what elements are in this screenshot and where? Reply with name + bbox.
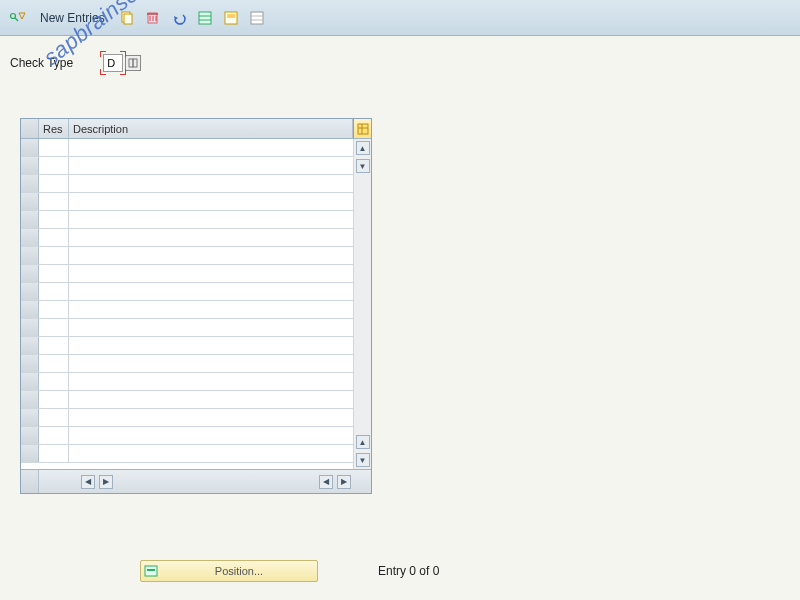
row-selector[interactable] xyxy=(21,229,39,246)
cell-description[interactable] xyxy=(69,175,353,192)
table-row xyxy=(21,193,353,211)
cell-description[interactable] xyxy=(69,373,353,390)
cell-description[interactable] xyxy=(69,445,353,462)
scroll-up-icon[interactable]: ▲ xyxy=(356,141,370,155)
row-selector[interactable] xyxy=(21,355,39,372)
cell-description[interactable] xyxy=(69,427,353,444)
scroll-down-step-icon[interactable]: ▼ xyxy=(356,159,370,173)
scroll-right-icon[interactable]: ▶ xyxy=(337,475,351,489)
table-row xyxy=(21,229,353,247)
table-row xyxy=(21,445,353,463)
cell-description[interactable] xyxy=(69,283,353,300)
row-selector[interactable] xyxy=(21,265,39,282)
cell-description[interactable] xyxy=(69,193,353,210)
row-selector[interactable] xyxy=(21,247,39,264)
row-selector[interactable] xyxy=(21,301,39,318)
cell-res[interactable] xyxy=(39,193,69,210)
svg-rect-13 xyxy=(227,14,235,18)
cell-res[interactable] xyxy=(39,265,69,282)
undo-icon[interactable] xyxy=(169,8,189,28)
grid-select-all[interactable] xyxy=(21,119,39,138)
row-selector[interactable] xyxy=(21,391,39,408)
toolbar: New Entries xyxy=(0,0,800,36)
delete-entry-icon[interactable] xyxy=(143,8,163,28)
cell-description[interactable] xyxy=(69,337,353,354)
table-row xyxy=(21,337,353,355)
cell-description[interactable] xyxy=(69,265,353,282)
cell-res[interactable] xyxy=(39,445,69,462)
cell-res[interactable] xyxy=(39,337,69,354)
cell-res[interactable] xyxy=(39,229,69,246)
cell-res[interactable] xyxy=(39,373,69,390)
table-row xyxy=(21,427,353,445)
cell-description[interactable] xyxy=(69,301,353,318)
table-row xyxy=(21,355,353,373)
cell-res[interactable] xyxy=(39,391,69,408)
cell-res[interactable] xyxy=(39,211,69,228)
row-selector[interactable] xyxy=(21,319,39,336)
cell-description[interactable] xyxy=(69,157,353,174)
scroll-left-step-icon[interactable]: ◀ xyxy=(319,475,333,489)
field-row: Check Type xyxy=(0,36,800,78)
check-type-input[interactable] xyxy=(103,54,123,72)
cell-description[interactable] xyxy=(69,391,353,408)
table-row xyxy=(21,157,353,175)
cell-description[interactable] xyxy=(69,409,353,426)
toggle-display-change-icon[interactable] xyxy=(8,8,28,28)
new-entries-label: New Entries xyxy=(40,11,105,25)
row-selector[interactable] xyxy=(21,409,39,426)
cell-res[interactable] xyxy=(39,301,69,318)
cell-res[interactable] xyxy=(39,283,69,300)
cell-res[interactable] xyxy=(39,139,69,156)
scroll-up-step-icon[interactable]: ▲ xyxy=(356,435,370,449)
row-selector[interactable] xyxy=(21,211,39,228)
row-selector[interactable] xyxy=(21,283,39,300)
cell-description[interactable] xyxy=(69,355,353,372)
column-header-res[interactable]: Res xyxy=(39,119,69,138)
value-help-icon[interactable] xyxy=(125,55,141,71)
table-row xyxy=(21,319,353,337)
svg-rect-18 xyxy=(133,59,137,67)
cell-res[interactable] xyxy=(39,175,69,192)
cell-res[interactable] xyxy=(39,319,69,336)
new-entries-button[interactable]: New Entries xyxy=(34,6,111,30)
column-config-icon[interactable] xyxy=(353,119,371,138)
table-row xyxy=(21,175,353,193)
grid: Res Description ▲ ▼ ▲ ▼ ◀ ▶ ◀ ▶ xyxy=(20,118,372,494)
cell-res[interactable] xyxy=(39,157,69,174)
cell-res[interactable] xyxy=(39,247,69,264)
scroll-right-step-icon[interactable]: ▶ xyxy=(99,475,113,489)
cell-res[interactable] xyxy=(39,355,69,372)
row-selector[interactable] xyxy=(21,427,39,444)
deselect-all-icon[interactable] xyxy=(247,8,267,28)
cell-description[interactable] xyxy=(69,319,353,336)
grid-header: Res Description xyxy=(21,119,371,139)
select-block-icon[interactable] xyxy=(221,8,241,28)
svg-rect-19 xyxy=(358,124,368,134)
select-all-icon[interactable] xyxy=(195,8,215,28)
row-selector[interactable] xyxy=(21,193,39,210)
grid-footer-stub xyxy=(21,470,39,493)
row-selector[interactable] xyxy=(21,337,39,354)
cell-res[interactable] xyxy=(39,409,69,426)
cell-res[interactable] xyxy=(39,427,69,444)
cell-description[interactable] xyxy=(69,211,353,228)
table-row xyxy=(21,301,353,319)
table-row xyxy=(21,211,353,229)
cell-description[interactable] xyxy=(69,247,353,264)
svg-rect-14 xyxy=(251,12,263,24)
row-selector[interactable] xyxy=(21,445,39,462)
scroll-left-icon[interactable]: ◀ xyxy=(81,475,95,489)
row-selector[interactable] xyxy=(21,175,39,192)
cell-description[interactable] xyxy=(69,229,353,246)
check-type-input-wrap xyxy=(103,54,141,72)
position-button[interactable]: Position... xyxy=(140,560,318,582)
bottom-row: Position... Entry 0 of 0 xyxy=(140,560,439,582)
column-header-description[interactable]: Description xyxy=(69,119,353,138)
scroll-down-icon[interactable]: ▼ xyxy=(356,453,370,467)
row-selector[interactable] xyxy=(21,139,39,156)
copy-as-icon[interactable] xyxy=(117,8,137,28)
row-selector[interactable] xyxy=(21,157,39,174)
cell-description[interactable] xyxy=(69,139,353,156)
row-selector[interactable] xyxy=(21,373,39,390)
